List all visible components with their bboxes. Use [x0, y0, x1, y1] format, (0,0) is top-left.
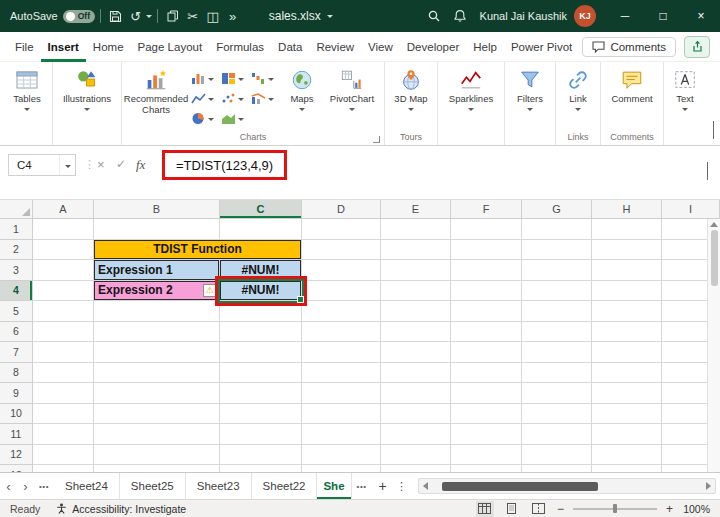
cell-g9[interactable]	[522, 383, 592, 404]
cell-e11[interactable]	[381, 424, 451, 445]
cell-b13[interactable]	[94, 465, 220, 472]
cell-g7[interactable]	[522, 342, 592, 363]
cell-c6[interactable]	[220, 322, 302, 343]
close-button[interactable]: ×	[682, 0, 720, 32]
cell-b1[interactable]	[94, 219, 220, 240]
page-break-view-button[interactable]	[530, 501, 548, 517]
cell-e12[interactable]	[381, 445, 451, 466]
column-header-h[interactable]: H	[592, 200, 662, 219]
comments-button[interactable]: Comments	[582, 37, 676, 57]
cell-f1[interactable]	[451, 219, 522, 240]
menu-tab-help[interactable]: Help	[466, 32, 504, 62]
sheet-tab-sheet22[interactable]: Sheet22	[252, 473, 318, 499]
warning-icon[interactable]: ⚠	[203, 284, 216, 297]
zoom-level[interactable]: 100%	[682, 503, 710, 515]
cell-b10[interactable]	[94, 404, 220, 425]
select-all-button[interactable]	[0, 200, 33, 219]
cell-b6[interactable]	[94, 322, 220, 343]
vertical-scroll-thumb[interactable]	[711, 230, 718, 286]
cell-e1[interactable]	[381, 219, 451, 240]
cell-a8[interactable]	[33, 363, 94, 384]
cell-f11[interactable]	[451, 424, 522, 445]
undo-dropdown-icon[interactable]	[146, 15, 152, 18]
treemap-chart-button[interactable]	[219, 68, 249, 88]
pivotchart-button[interactable]: PivotChart	[323, 64, 381, 111]
cell-d2[interactable]	[302, 240, 381, 261]
menu-tab-view[interactable]: View	[361, 32, 400, 62]
cell-h9[interactable]	[592, 383, 662, 404]
link-button[interactable]: Link	[559, 64, 597, 111]
sheet-tab-sheet24[interactable]: Sheet24	[54, 473, 120, 499]
cell-h12[interactable]	[592, 445, 662, 466]
undo-button[interactable]: ↺	[126, 0, 146, 32]
copy-button[interactable]	[163, 0, 183, 32]
cell-h13[interactable]	[592, 465, 662, 472]
column-header-i[interactable]: I	[662, 200, 720, 219]
cell-h2[interactable]	[592, 240, 662, 261]
sparklines-button[interactable]: Sparklines	[441, 64, 501, 111]
cell-f10[interactable]	[451, 404, 522, 425]
cell-a10[interactable]	[33, 404, 94, 425]
cell-b11[interactable]	[94, 424, 220, 445]
column-header-f[interactable]: F	[451, 200, 522, 219]
collapse-ribbon-button[interactable]	[713, 121, 714, 139]
pie-chart-button[interactable]	[189, 108, 219, 128]
zoom-slider[interactable]	[573, 503, 657, 515]
share-button[interactable]	[684, 36, 710, 58]
cancel-entry-button[interactable]: ×	[97, 157, 105, 172]
recommended-charts-button[interactable]: Recommended Charts	[125, 64, 187, 115]
vertical-scrollbar[interactable]	[707, 219, 720, 472]
cell-g11[interactable]	[522, 424, 592, 445]
cell-a9[interactable]	[33, 383, 94, 404]
cell-e10[interactable]	[381, 404, 451, 425]
column-header-a[interactable]: A	[33, 200, 94, 219]
quick-access-overflow-button[interactable]: »	[223, 0, 243, 32]
column-header-c[interactable]: C	[220, 200, 302, 219]
cell-e4[interactable]	[381, 281, 451, 302]
cell-f5[interactable]	[451, 301, 522, 322]
formula-bar-handle[interactable]: ⋮	[84, 158, 95, 171]
cell-c4[interactable]: #NUM!	[220, 281, 302, 302]
sheet-overflow-right-button[interactable]: •••	[352, 473, 372, 499]
cell-h1[interactable]	[592, 219, 662, 240]
cell-e8[interactable]	[381, 363, 451, 384]
cell-b4[interactable]: Expression 2⚠	[94, 281, 220, 302]
sheet-nav-prev-button[interactable]: ‹	[0, 473, 17, 499]
sheet-overflow-left-button[interactable]: •••	[34, 473, 54, 499]
cell-a4[interactable]	[33, 281, 94, 302]
horizontal-scroll-thumb[interactable]	[442, 482, 599, 491]
sheet-menu-button[interactable]: ⋮	[394, 473, 410, 499]
add-sheet-button[interactable]: +	[372, 473, 394, 499]
cell-c1[interactable]	[220, 219, 302, 240]
menu-tab-home[interactable]: Home	[86, 32, 131, 62]
cell-a13[interactable]	[33, 465, 94, 472]
save-button[interactable]	[106, 0, 126, 32]
cell-d10[interactable]	[302, 404, 381, 425]
cell-d6[interactable]	[302, 322, 381, 343]
account-button[interactable]: Kunal Jai Kaushik KJ	[480, 5, 596, 27]
sheet-tab-sheet23[interactable]: Sheet23	[186, 473, 252, 499]
accessibility-status[interactable]: Accessibility: Investigate	[56, 503, 186, 515]
row-header-9[interactable]: 9	[0, 383, 33, 404]
cell-f13[interactable]	[451, 465, 522, 472]
cell-g12[interactable]	[522, 445, 592, 466]
cell-b12[interactable]	[94, 445, 220, 466]
cell-b7[interactable]	[94, 342, 220, 363]
row-header-1[interactable]: 1	[0, 219, 33, 240]
cell-f4[interactable]	[451, 281, 522, 302]
column-header-g[interactable]: G	[522, 200, 592, 219]
cell-f3[interactable]	[451, 260, 522, 281]
horizontal-scroll-track[interactable]	[432, 482, 702, 491]
row-header-13[interactable]: 13	[0, 465, 33, 472]
row-header-5[interactable]: 5	[0, 301, 33, 322]
row-header-4[interactable]: 4	[0, 281, 33, 302]
cell-d9[interactable]	[302, 383, 381, 404]
cell-d3[interactable]	[302, 260, 381, 281]
cell-b8[interactable]	[94, 363, 220, 384]
cell-a1[interactable]	[33, 219, 94, 240]
row-header-2[interactable]: 2	[0, 240, 33, 261]
cell-e13[interactable]	[381, 465, 451, 472]
menu-tab-page-layout[interactable]: Page Layout	[131, 32, 210, 62]
cell-e7[interactable]	[381, 342, 451, 363]
menu-tab-file[interactable]: File	[8, 32, 41, 62]
